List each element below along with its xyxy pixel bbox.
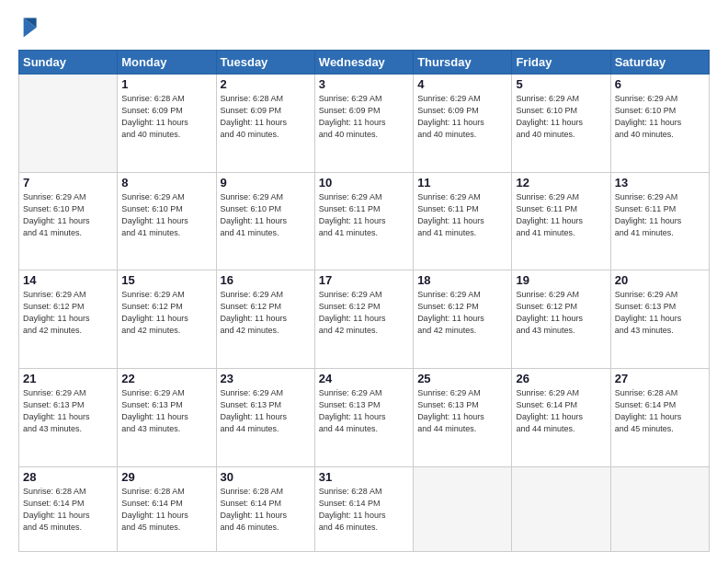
day-info: Sunrise: 6:29 AMSunset: 6:13 PMDaylight:…	[221, 387, 311, 435]
calendar-cell: 20Sunrise: 6:29 AMSunset: 6:13 PMDayligh…	[610, 270, 709, 369]
calendar-week-row: 14Sunrise: 6:29 AMSunset: 6:12 PMDayligh…	[19, 270, 710, 369]
day-number: 2	[221, 77, 311, 91]
calendar: SundayMondayTuesdayWednesdayThursdayFrid…	[18, 50, 710, 552]
calendar-week-row: 28Sunrise: 6:28 AMSunset: 6:14 PMDayligh…	[19, 466, 710, 551]
day-info: Sunrise: 6:29 AMSunset: 6:14 PMDaylight:…	[516, 387, 606, 435]
day-number: 28	[23, 470, 113, 484]
day-header: Thursday	[414, 51, 512, 75]
calendar-cell: 7Sunrise: 6:29 AMSunset: 6:10 PMDaylight…	[19, 172, 118, 270]
day-number: 10	[319, 176, 409, 190]
day-number: 1	[121, 77, 211, 91]
calendar-week-row: 1Sunrise: 6:28 AMSunset: 6:09 PMDaylight…	[19, 75, 710, 173]
day-info: Sunrise: 6:29 AMSunset: 6:13 PMDaylight:…	[417, 387, 507, 435]
day-number: 12	[516, 176, 606, 190]
day-number: 5	[516, 77, 606, 91]
calendar-cell	[610, 466, 709, 551]
day-info: Sunrise: 6:29 AMSunset: 6:12 PMDaylight:…	[516, 289, 606, 337]
day-info: Sunrise: 6:29 AMSunset: 6:10 PMDaylight:…	[23, 191, 113, 239]
calendar-cell: 18Sunrise: 6:29 AMSunset: 6:12 PMDayligh…	[414, 270, 512, 369]
calendar-cell: 17Sunrise: 6:29 AMSunset: 6:12 PMDayligh…	[314, 270, 413, 369]
calendar-cell: 6Sunrise: 6:29 AMSunset: 6:10 PMDaylight…	[610, 75, 709, 173]
calendar-cell: 21Sunrise: 6:29 AMSunset: 6:13 PMDayligh…	[19, 368, 118, 466]
day-info: Sunrise: 6:29 AMSunset: 6:13 PMDaylight:…	[121, 387, 211, 435]
calendar-cell	[19, 75, 118, 173]
calendar-cell: 27Sunrise: 6:28 AMSunset: 6:14 PMDayligh…	[610, 368, 709, 466]
day-info: Sunrise: 6:29 AMSunset: 6:13 PMDaylight:…	[319, 387, 409, 435]
calendar-cell: 12Sunrise: 6:29 AMSunset: 6:11 PMDayligh…	[512, 172, 610, 270]
calendar-cell: 3Sunrise: 6:29 AMSunset: 6:09 PMDaylight…	[314, 75, 413, 173]
day-number: 19	[516, 273, 606, 287]
day-info: Sunrise: 6:29 AMSunset: 6:11 PMDaylight:…	[319, 191, 409, 239]
day-number: 9	[221, 176, 311, 190]
day-info: Sunrise: 6:28 AMSunset: 6:14 PMDaylight:…	[121, 486, 211, 534]
day-header: Saturday	[610, 51, 709, 75]
day-number: 16	[221, 273, 311, 287]
day-info: Sunrise: 6:29 AMSunset: 6:13 PMDaylight:…	[23, 387, 113, 435]
calendar-cell: 31Sunrise: 6:28 AMSunset: 6:14 PMDayligh…	[314, 466, 413, 551]
day-info: Sunrise: 6:29 AMSunset: 6:11 PMDaylight:…	[516, 191, 606, 239]
day-number: 3	[319, 77, 409, 91]
day-number: 26	[516, 372, 606, 385]
day-info: Sunrise: 6:29 AMSunset: 6:10 PMDaylight:…	[121, 191, 211, 239]
day-number: 20	[615, 273, 705, 287]
day-header: Sunday	[19, 51, 118, 75]
day-number: 29	[121, 470, 211, 484]
calendar-cell: 30Sunrise: 6:28 AMSunset: 6:14 PMDayligh…	[216, 466, 314, 551]
day-info: Sunrise: 6:29 AMSunset: 6:12 PMDaylight:…	[23, 289, 113, 337]
day-info: Sunrise: 6:29 AMSunset: 6:09 PMDaylight:…	[319, 93, 409, 141]
day-number: 27	[615, 372, 705, 385]
day-info: Sunrise: 6:29 AMSunset: 6:09 PMDaylight:…	[417, 93, 507, 141]
day-info: Sunrise: 6:28 AMSunset: 6:09 PMDaylight:…	[121, 93, 211, 141]
calendar-cell: 29Sunrise: 6:28 AMSunset: 6:14 PMDayligh…	[118, 466, 216, 551]
day-info: Sunrise: 6:29 AMSunset: 6:10 PMDaylight:…	[615, 93, 705, 141]
day-info: Sunrise: 6:28 AMSunset: 6:14 PMDaylight:…	[615, 387, 705, 435]
day-number: 13	[615, 176, 705, 190]
day-info: Sunrise: 6:29 AMSunset: 6:12 PMDaylight:…	[319, 289, 409, 337]
day-info: Sunrise: 6:28 AMSunset: 6:14 PMDaylight:…	[319, 486, 409, 534]
calendar-cell	[414, 466, 512, 551]
calendar-cell: 22Sunrise: 6:29 AMSunset: 6:13 PMDayligh…	[118, 368, 216, 466]
day-info: Sunrise: 6:29 AMSunset: 6:10 PMDaylight:…	[516, 93, 606, 141]
day-info: Sunrise: 6:29 AMSunset: 6:11 PMDaylight:…	[615, 191, 705, 239]
day-number: 18	[417, 273, 507, 287]
day-info: Sunrise: 6:29 AMSunset: 6:11 PMDaylight:…	[417, 191, 507, 239]
calendar-cell: 16Sunrise: 6:29 AMSunset: 6:12 PMDayligh…	[216, 270, 314, 369]
calendar-cell: 19Sunrise: 6:29 AMSunset: 6:12 PMDayligh…	[512, 270, 610, 369]
day-number: 22	[121, 372, 211, 385]
calendar-cell: 5Sunrise: 6:29 AMSunset: 6:10 PMDaylight…	[512, 75, 610, 173]
calendar-week-row: 7Sunrise: 6:29 AMSunset: 6:10 PMDaylight…	[19, 172, 710, 270]
calendar-cell: 13Sunrise: 6:29 AMSunset: 6:11 PMDayligh…	[610, 172, 709, 270]
day-number: 24	[319, 372, 409, 385]
day-info: Sunrise: 6:29 AMSunset: 6:12 PMDaylight:…	[417, 289, 507, 337]
logo	[18, 15, 46, 40]
day-info: Sunrise: 6:29 AMSunset: 6:12 PMDaylight:…	[121, 289, 211, 337]
day-number: 4	[417, 77, 507, 91]
header	[18, 15, 710, 40]
day-header: Monday	[118, 51, 216, 75]
day-number: 30	[221, 470, 311, 484]
day-header: Friday	[512, 51, 610, 75]
calendar-cell: 10Sunrise: 6:29 AMSunset: 6:11 PMDayligh…	[314, 172, 413, 270]
page: SundayMondayTuesdayWednesdayThursdayFrid…	[0, 0, 728, 563]
calendar-cell: 24Sunrise: 6:29 AMSunset: 6:13 PMDayligh…	[314, 368, 413, 466]
calendar-cell: 23Sunrise: 6:29 AMSunset: 6:13 PMDayligh…	[216, 368, 314, 466]
calendar-cell: 28Sunrise: 6:28 AMSunset: 6:14 PMDayligh…	[19, 466, 118, 551]
day-info: Sunrise: 6:29 AMSunset: 6:13 PMDaylight:…	[615, 289, 705, 337]
calendar-cell: 26Sunrise: 6:29 AMSunset: 6:14 PMDayligh…	[512, 368, 610, 466]
calendar-cell: 11Sunrise: 6:29 AMSunset: 6:11 PMDayligh…	[414, 172, 512, 270]
day-number: 8	[121, 176, 211, 190]
day-info: Sunrise: 6:29 AMSunset: 6:10 PMDaylight:…	[221, 191, 311, 239]
calendar-cell	[512, 466, 610, 551]
day-number: 31	[319, 470, 409, 484]
calendar-cell: 1Sunrise: 6:28 AMSunset: 6:09 PMDaylight…	[118, 75, 216, 173]
day-info: Sunrise: 6:28 AMSunset: 6:14 PMDaylight:…	[23, 486, 113, 534]
day-number: 6	[615, 77, 705, 91]
day-number: 25	[417, 372, 507, 385]
day-number: 11	[417, 176, 507, 190]
calendar-cell: 2Sunrise: 6:28 AMSunset: 6:09 PMDaylight…	[216, 75, 314, 173]
calendar-body: 1Sunrise: 6:28 AMSunset: 6:09 PMDaylight…	[19, 75, 710, 552]
day-number: 23	[221, 372, 311, 385]
calendar-cell: 4Sunrise: 6:29 AMSunset: 6:09 PMDaylight…	[414, 75, 512, 173]
calendar-cell: 25Sunrise: 6:29 AMSunset: 6:13 PMDayligh…	[414, 368, 512, 466]
day-number: 7	[23, 176, 113, 190]
